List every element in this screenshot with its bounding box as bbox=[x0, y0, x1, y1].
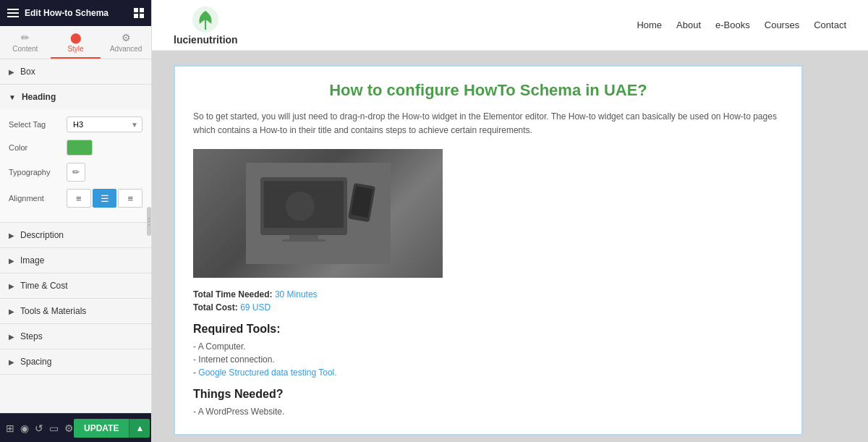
panel-scroll: ▶ Box ▼ Heading Select Tag H3 H1 H2 bbox=[0, 59, 151, 413]
color-label: Color bbox=[9, 143, 67, 152]
tab-advanced-label: Advanced bbox=[110, 45, 142, 53]
svg-rect-5 bbox=[282, 239, 326, 242]
section-steps: ▶ Steps bbox=[0, 324, 151, 349]
tabs-row: ✏ Content ⬤ Style ⚙ Advanced bbox=[0, 26, 151, 59]
left-panel: Edit How-to Schema ✏ Content ⬤ Style ⚙ A… bbox=[0, 0, 152, 442]
update-dropdown-button[interactable]: ▲ bbox=[129, 419, 150, 438]
color-row: Color bbox=[9, 140, 142, 156]
panel-title: Edit How-to Schema bbox=[25, 8, 109, 18]
responsive-icon[interactable]: ▭ bbox=[49, 422, 59, 434]
nav-about[interactable]: About bbox=[676, 20, 701, 30]
article-intro: So to get started, you will just need to… bbox=[193, 110, 783, 137]
resize-handle[interactable] bbox=[147, 207, 151, 236]
tools-arrow-icon: ▶ bbox=[9, 307, 14, 315]
article-image-placeholder bbox=[193, 149, 443, 278]
tool-link-3[interactable]: Google Structured data testing Tool. bbox=[198, 367, 336, 378]
section-spacing: ▶ Spacing bbox=[0, 349, 151, 375]
style-icon: ⬤ bbox=[70, 32, 82, 43]
steps-arrow-icon: ▶ bbox=[9, 333, 14, 341]
color-control bbox=[67, 140, 142, 156]
tab-style[interactable]: ⬤ Style bbox=[51, 26, 101, 59]
tool-item-3: - Google Structured data testing Tool. bbox=[193, 367, 783, 378]
alignment-buttons: ≡ ☰ ≡ bbox=[67, 189, 142, 208]
alignment-label: Alignment bbox=[9, 194, 67, 203]
color-picker[interactable] bbox=[67, 140, 93, 156]
section-box: ▶ Box bbox=[0, 59, 151, 85]
meta-cost: Total Cost: 69 USD bbox=[193, 302, 783, 313]
typography-edit-button[interactable]: ✏ bbox=[67, 163, 85, 182]
logo-text: lucienutrition bbox=[174, 34, 238, 46]
heading-arrow-icon: ▼ bbox=[9, 93, 16, 101]
align-right-button[interactable]: ≡ bbox=[118, 189, 142, 208]
svg-rect-4 bbox=[289, 235, 318, 239]
logo-area: lucienutrition bbox=[174, 5, 238, 46]
section-heading: ▼ Heading Select Tag H3 H1 H2 H4 H5 H6 bbox=[0, 85, 151, 223]
things-item-1: - A WordPress Website. bbox=[193, 407, 783, 417]
section-heading-label: Heading bbox=[22, 92, 56, 102]
right-content: lucienutrition Home About e-Books Course… bbox=[152, 0, 868, 442]
tab-advanced[interactable]: ⚙ Advanced bbox=[101, 26, 151, 59]
section-box-header[interactable]: ▶ Box bbox=[0, 59, 151, 84]
section-image-label: Image bbox=[20, 255, 44, 265]
total-time-label: Total Time Needed: bbox=[193, 289, 273, 299]
update-button[interactable]: UPDATE bbox=[74, 419, 129, 438]
typography-label: Typography bbox=[9, 168, 67, 177]
section-timecost-header[interactable]: ▶ Time & Cost bbox=[0, 273, 151, 298]
box-arrow-icon: ▶ bbox=[9, 68, 14, 76]
alignment-row: Alignment ≡ ☰ ≡ bbox=[9, 189, 142, 208]
top-bar: Edit How-to Schema bbox=[0, 0, 151, 26]
section-tools-header[interactable]: ▶ Tools & Materials bbox=[0, 299, 151, 323]
section-image: ▶ Image bbox=[0, 248, 151, 273]
article-image bbox=[193, 149, 443, 278]
align-left-button[interactable]: ≡ bbox=[67, 189, 91, 208]
content-icon: ✏ bbox=[21, 32, 30, 43]
content-area: How to configure HowTo Schema in UAE? So… bbox=[152, 51, 868, 442]
nav-contact[interactable]: Contact bbox=[814, 20, 846, 30]
logo-text-1: lucie bbox=[174, 34, 197, 46]
placeholder-svg bbox=[246, 163, 391, 264]
select-tag-label: Select Tag bbox=[9, 120, 67, 129]
history-icon[interactable]: ↺ bbox=[35, 422, 43, 434]
align-center-button[interactable]: ☰ bbox=[93, 189, 117, 208]
section-timecost: ▶ Time & Cost bbox=[0, 273, 151, 299]
website-nav: lucienutrition Home About e-Books Course… bbox=[152, 0, 868, 51]
heading-content: Select Tag H3 H1 H2 H4 H5 H6 ▼ bbox=[0, 109, 151, 222]
grid-icon[interactable] bbox=[134, 8, 144, 18]
section-spacing-label: Spacing bbox=[20, 357, 51, 367]
nav-courses[interactable]: Courses bbox=[765, 20, 799, 30]
advanced-icon: ⚙ bbox=[122, 32, 131, 43]
settings-icon[interactable]: ⚙ bbox=[64, 422, 74, 434]
tab-style-label: Style bbox=[67, 45, 83, 53]
section-heading-header[interactable]: ▼ Heading bbox=[0, 85, 151, 109]
navigator-icon[interactable]: ◉ bbox=[20, 422, 29, 434]
typography-row: Typography ✏ bbox=[9, 163, 142, 182]
required-tools-title: Required Tools: bbox=[193, 323, 783, 336]
section-image-header[interactable]: ▶ Image bbox=[0, 248, 151, 273]
section-tools-label: Tools & Materials bbox=[20, 306, 86, 316]
total-cost-label: Total Cost: bbox=[193, 302, 238, 313]
layers-icon[interactable]: ⊞ bbox=[6, 422, 14, 434]
section-tools: ▶ Tools & Materials bbox=[0, 299, 151, 324]
timecost-arrow-icon: ▶ bbox=[9, 282, 14, 290]
tab-content[interactable]: ✏ Content bbox=[0, 26, 51, 59]
tool-item-2: - Internet connection. bbox=[193, 354, 783, 365]
things-needed-title: Things Needed? bbox=[193, 388, 783, 401]
section-description-header[interactable]: ▶ Description bbox=[0, 223, 151, 247]
section-spacing-header[interactable]: ▶ Spacing bbox=[0, 349, 151, 374]
nav-links: Home About e-Books Courses Contact bbox=[637, 20, 846, 30]
bottom-bar: ⊞ ◉ ↺ ▭ ⚙ UPDATE ▲ bbox=[0, 413, 151, 442]
article-title: How to configure HowTo Schema in UAE? bbox=[193, 81, 783, 100]
tool-item-1: - A Computer. bbox=[193, 341, 783, 352]
hamburger-menu[interactable] bbox=[7, 9, 19, 17]
section-timecost-label: Time & Cost bbox=[20, 281, 68, 291]
section-steps-header[interactable]: ▶ Steps bbox=[0, 324, 151, 349]
typography-control: ✏ bbox=[67, 163, 142, 182]
logo-icon bbox=[191, 5, 220, 34]
nav-home[interactable]: Home bbox=[637, 20, 662, 30]
select-tag-dropdown[interactable]: H3 H1 H2 H4 H5 H6 bbox=[67, 116, 142, 132]
nav-ebooks[interactable]: e-Books bbox=[715, 20, 750, 30]
update-button-wrap: UPDATE ▲ bbox=[74, 419, 150, 438]
total-time-value: 30 Minutes bbox=[275, 289, 318, 299]
section-description-label: Description bbox=[20, 230, 64, 240]
article-box: How to configure HowTo Schema in UAE? So… bbox=[174, 65, 803, 435]
